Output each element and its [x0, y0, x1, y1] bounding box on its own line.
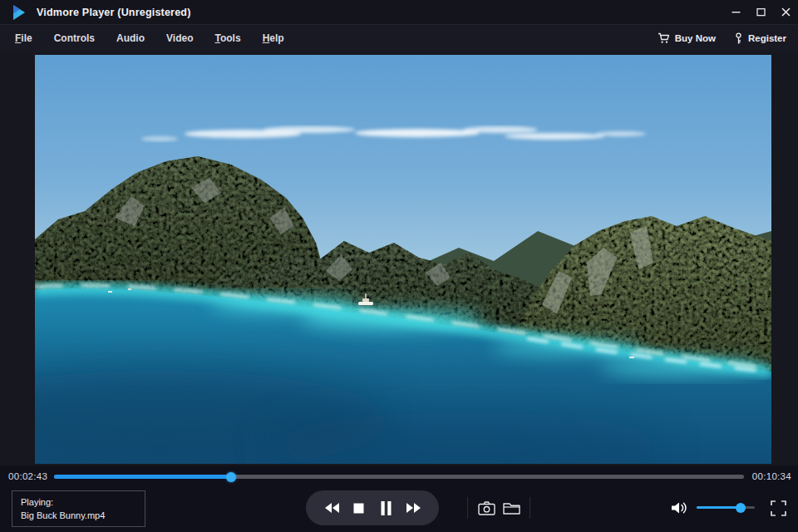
buy-now-label: Buy Now	[675, 33, 716, 43]
fast-forward-icon	[406, 501, 422, 515]
folder-icon	[503, 501, 520, 515]
now-playing-label: Playing:	[21, 495, 136, 509]
menu-controls[interactable]: Controls	[43, 25, 106, 52]
menu-video[interactable]: Video	[155, 25, 204, 52]
seek-progress	[54, 475, 231, 479]
cart-icon	[658, 32, 670, 44]
menu-audio[interactable]: Audio	[106, 25, 155, 52]
close-icon	[781, 7, 791, 17]
seek-handle[interactable]	[226, 472, 236, 482]
video-frame[interactable]	[35, 55, 771, 464]
window-title: Vidmore Player (Unregistered)	[37, 7, 191, 18]
open-folder-button[interactable]	[501, 498, 521, 518]
menu-help[interactable]: Help	[252, 25, 295, 52]
title-bar: Vidmore Player (Unregistered)	[0, 0, 798, 25]
register-button[interactable]: Register	[734, 32, 786, 45]
pause-icon	[381, 501, 392, 515]
maximize-icon	[756, 7, 766, 17]
app-logo-icon	[11, 4, 27, 21]
duration-time: 00:10:34	[752, 471, 791, 481]
volume-handle[interactable]	[736, 503, 746, 513]
buy-now-button[interactable]: Buy Now	[658, 32, 716, 44]
menu-tools[interactable]: Tools	[204, 25, 252, 52]
divider	[467, 497, 468, 519]
close-button[interactable]	[773, 0, 798, 24]
minimize-button[interactable]	[723, 0, 748, 24]
menu-file[interactable]: File	[0, 25, 43, 52]
mute-button[interactable]	[669, 498, 689, 518]
menubar-right: Buy Now Register	[658, 32, 798, 45]
rewind-icon	[323, 501, 340, 515]
now-playing-box: Playing: Big Buck Bunny.mp4	[12, 490, 145, 527]
menu-bar: File Controls Audio Video Tools Help Buy…	[0, 25, 798, 52]
register-label: Register	[748, 33, 786, 43]
key-icon	[734, 32, 743, 45]
video-stage	[0, 52, 798, 466]
fullscreen-button[interactable]	[768, 498, 788, 518]
control-bar: Playing: Big Buck Bunny.mp4	[0, 489, 798, 532]
divider	[530, 497, 530, 519]
minimize-icon	[732, 7, 741, 17]
snapshot-button[interactable]	[476, 498, 496, 518]
video-scene	[35, 55, 771, 464]
stop-icon	[353, 503, 364, 514]
maximize-button[interactable]	[748, 0, 773, 24]
camera-icon	[478, 501, 495, 515]
volume-level	[697, 506, 741, 509]
window-controls	[723, 0, 798, 24]
transport-controls	[306, 490, 439, 525]
fullscreen-icon	[771, 500, 786, 516]
stop-button[interactable]	[348, 497, 370, 519]
rewind-button[interactable]	[321, 497, 342, 519]
speaker-icon	[671, 500, 688, 515]
seek-row: 00:02:43 00:10:34	[0, 466, 798, 489]
now-playing-filename: Big Buck Bunny.mp4	[21, 509, 136, 522]
elapsed-time: 00:02:43	[8, 471, 47, 481]
seek-bar[interactable]	[54, 475, 744, 479]
pause-button[interactable]	[376, 497, 397, 519]
forward-button[interactable]	[403, 497, 425, 519]
app-window: Vidmore Player (Unregistered) File Contr…	[0, 0, 798, 532]
volume-slider[interactable]	[697, 506, 755, 509]
